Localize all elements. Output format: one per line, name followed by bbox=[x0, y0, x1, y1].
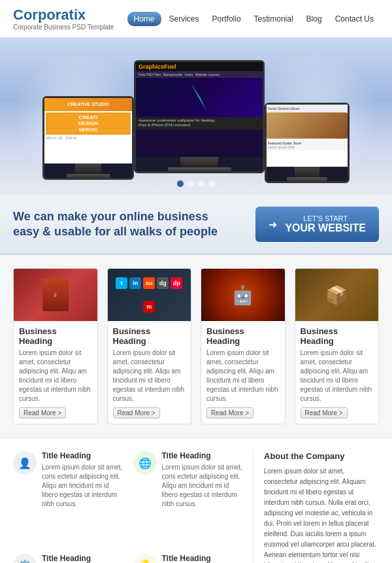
feature-img-3: 🤖 bbox=[201, 269, 285, 321]
about-text: Lorem ipsum dolor sit amet, consectetur … bbox=[264, 466, 379, 563]
globe-icon: 🌐 bbox=[133, 451, 157, 475]
screen-center-image bbox=[136, 78, 263, 117]
screen-right-body: Lorem ipsum dolor bbox=[268, 145, 346, 149]
monitors-container: CREATIVE STUDIO CREATIDESIGNSERVIC ABOUT… bbox=[42, 60, 350, 173]
feature-text-3: Lorem ipsum dolor sit amet, consectetur … bbox=[206, 349, 280, 403]
logo-area: Corporatix Corporate Business PSD Templa… bbox=[13, 7, 114, 31]
read-more-4[interactable]: Read More > bbox=[301, 407, 348, 418]
nav-testimonial[interactable]: Testimonial bbox=[249, 12, 299, 26]
monitor-center-screen: GraphicsFuel Free PSD Files Backgrounds … bbox=[136, 62, 263, 157]
read-more-3[interactable]: Read More > bbox=[206, 407, 253, 418]
dot-2[interactable] bbox=[188, 180, 194, 187]
feature-vase: 🏺 bbox=[42, 279, 69, 311]
info-content-2: Title Heading Lorem ipsum dolor sit amet… bbox=[162, 451, 243, 543]
screen-nav-item-2: Backgrounds bbox=[163, 73, 182, 77]
info-item-3: ⚙️ Title Heading Lorem ipsum dolor sit a… bbox=[13, 554, 123, 564]
social-icon-twitter: t bbox=[116, 277, 127, 289]
feature-heading-1: Business Heading bbox=[19, 326, 92, 346]
cta-line2: YOUR WEBSITE bbox=[285, 222, 366, 234]
feature-text-2: Lorem ipsum dolor sit amet, consectetur … bbox=[113, 349, 186, 403]
screen-left-headline: CREATIDESIGNSERVIC bbox=[46, 112, 131, 135]
nav-home[interactable]: Home bbox=[127, 12, 161, 26]
feature-card-4: 📦 Business Heading Lorem ipsum dolor sit… bbox=[295, 268, 380, 424]
info-item-1: 👤 Title Heading Lorem ipsum dolor sit am… bbox=[13, 451, 123, 543]
banner-strip: We can make your online business easy & … bbox=[0, 195, 392, 255]
read-more-2[interactable]: Read More > bbox=[113, 407, 160, 418]
feature-heading-4: Business Heading bbox=[301, 326, 374, 346]
social-icon-digg: dg bbox=[157, 277, 169, 289]
info-content-1: Title Heading Lorem ipsum dolor sit amet… bbox=[42, 451, 123, 543]
monitor-center-base bbox=[168, 167, 231, 171]
screen-right-lower: Featured Guitar Store Lorem ipsum dolor bbox=[267, 140, 348, 150]
nav-portfolio[interactable]: Portfolio bbox=[207, 12, 246, 26]
feature-text-4: Lorem ipsum dolor sit amet, consectetur … bbox=[301, 349, 374, 403]
feature-img-inner-2: t in su dg dp m bbox=[108, 269, 191, 321]
info-item-4: 💡 Title Heading Lorem ipsum dolor sit am… bbox=[133, 554, 243, 564]
feature-card-2: t in su dg dp m Business Heading Lorem i… bbox=[107, 268, 192, 424]
nav-contact[interactable]: Contact Us bbox=[330, 12, 379, 26]
feature-body-1: Business Heading Lorem ipsum dolor sit a… bbox=[14, 321, 97, 424]
info-item-2: 🌐 Title Heading Lorem ipsum dolor sit am… bbox=[133, 451, 243, 543]
feature-visual-1: 🏺 bbox=[14, 269, 97, 321]
info-text-2: Lorem ipsum dolor sit amet, cons ectetur… bbox=[162, 463, 243, 509]
monitor-right-base bbox=[287, 177, 327, 181]
info-content-3: Title Heading Lorem ipsum dolor sit amet… bbox=[42, 554, 123, 564]
feature-img-1: 🏺 bbox=[14, 269, 97, 321]
logo-tagline: Corporate Business PSD Template bbox=[13, 24, 114, 31]
cta-button[interactable]: ➜ LET'S START YOUR WEBSITE bbox=[255, 207, 379, 242]
screen-nav-item-4: Website Layouts bbox=[195, 73, 220, 77]
info-content-4: Title Heading Lorem ipsum dolor sit amet… bbox=[162, 554, 243, 564]
screen-center-bar: GraphicsFuel bbox=[136, 62, 263, 71]
dot-3[interactable] bbox=[198, 180, 204, 187]
cta-arrow-icon: ➜ bbox=[269, 218, 277, 231]
cta-line1: LET'S START bbox=[285, 214, 366, 222]
feature-card-1: 🏺 Business Heading Lorem ipsum dolor sit… bbox=[13, 268, 98, 424]
main-nav: Home Services Portfolio Testimonial Blog… bbox=[127, 12, 379, 26]
logo-name: Corporatix bbox=[13, 7, 114, 24]
banner-text: We can make your online business easy & … bbox=[13, 209, 222, 240]
feature-chest: 📦 bbox=[295, 269, 379, 321]
feature-body-3: Business Heading Lorem ipsum dolor sit a… bbox=[201, 321, 285, 424]
screen-nav-item-3: Icons bbox=[185, 73, 193, 77]
screen-right-topbar: Home Services About bbox=[267, 105, 348, 112]
screen-nav-item-1: Free PSD Files bbox=[139, 73, 161, 77]
feature-img-inner-3: 🤖 bbox=[201, 269, 285, 321]
monitor-left-screen: CREATIVE STUDIO CREATIDESIGNSERVIC ABOUT… bbox=[44, 98, 132, 163]
screen-caption-text: Awesome underwater wallpaper for desktop… bbox=[139, 118, 260, 129]
screen-right-content: Home Services About Featured Guitar Stor… bbox=[267, 105, 348, 167]
monitor-left-stand bbox=[75, 163, 101, 174]
info-heading-1: Title Heading bbox=[42, 451, 123, 460]
nav-services[interactable]: Services bbox=[164, 12, 204, 26]
info-heading-2: Title Heading bbox=[162, 451, 243, 460]
screen-right-img bbox=[267, 112, 348, 139]
info-heading-3: Title Heading bbox=[42, 554, 123, 563]
feature-heading-3: Business Heading bbox=[206, 326, 280, 346]
info-heading-4: Title Heading bbox=[162, 554, 243, 563]
screen-center-logo: GraphicsFuel bbox=[139, 63, 176, 70]
screen-center-nav: Free PSD Files Backgrounds Icons Website… bbox=[136, 71, 263, 78]
dot-4[interactable] bbox=[208, 180, 215, 187]
info-text-1: Lorem ipsum dolor sit amet, cons ectetur… bbox=[42, 463, 123, 509]
social-icon-stumble: su bbox=[143, 277, 155, 289]
feature-img-inner-1: 🏺 bbox=[14, 269, 97, 321]
info-left: 👤 Title Heading Lorem ipsum dolor sit am… bbox=[13, 451, 253, 563]
bulb-icon: 💡 bbox=[133, 554, 157, 564]
feature-card-3: 🤖 Business Heading Lorem ipsum dolor sit… bbox=[201, 268, 286, 424]
nav-blog[interactable]: Blog bbox=[301, 12, 327, 26]
hero-section: CREATIVE STUDIO CREATIDESIGNSERVIC ABOUT… bbox=[0, 38, 392, 195]
read-more-1[interactable]: Read More > bbox=[19, 407, 66, 418]
feature-heading-2: Business Heading bbox=[113, 326, 186, 346]
gear-icon: ⚙️ bbox=[13, 554, 37, 564]
monitor-center-stand bbox=[180, 157, 218, 167]
info-section: 👤 Title Heading Lorem ipsum dolor sit am… bbox=[0, 438, 392, 563]
monitor-left-base bbox=[67, 174, 110, 178]
monitor-right: Home Services About Featured Guitar Stor… bbox=[265, 103, 350, 183]
screen-center-content: GraphicsFuel Free PSD Files Backgrounds … bbox=[136, 62, 263, 157]
info-right: About the Company Lorem ipsum dolor sit … bbox=[264, 451, 379, 563]
monitor-right-screen: Home Services About Featured Guitar Stor… bbox=[267, 105, 348, 167]
person-icon: 👤 bbox=[13, 451, 37, 475]
social-icon-dp: dp bbox=[171, 277, 182, 289]
screen-left-text: ABOUT US OUR W bbox=[46, 136, 131, 140]
dot-1[interactable] bbox=[177, 180, 184, 187]
laser-effect bbox=[191, 82, 208, 111]
